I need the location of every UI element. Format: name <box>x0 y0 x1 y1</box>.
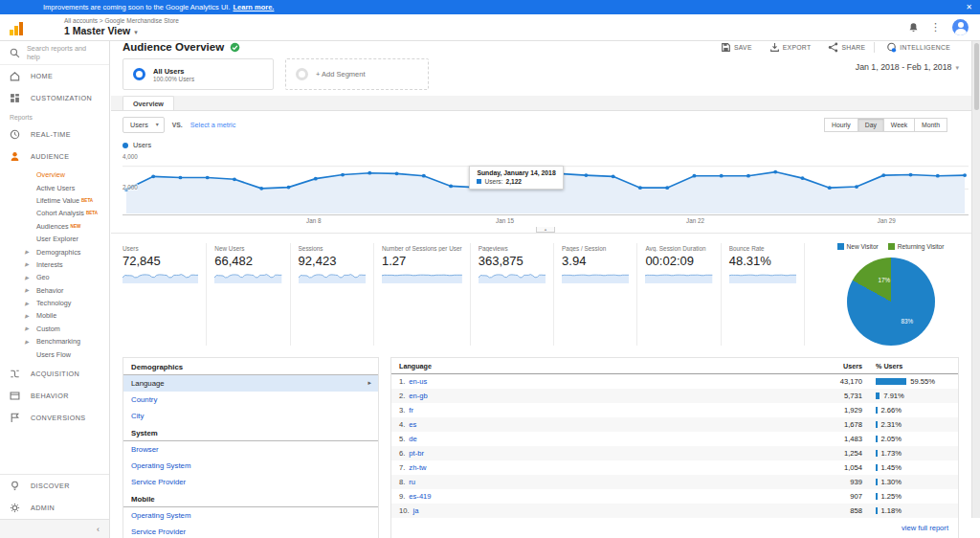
sidebar-collapse-chevron-icon[interactable] <box>0 519 109 538</box>
col-language[interactable]: Language <box>399 362 432 370</box>
sidebar-item-label: HOME <box>31 72 53 80</box>
subnav-technology[interactable]: Technology <box>0 297 109 309</box>
subnav-demographics[interactable]: Demographics <box>0 245 109 258</box>
add-segment-button[interactable]: + Add Segment <box>285 58 429 90</box>
sidebar-item-conversions[interactable]: CONVERSIONS <box>0 407 109 429</box>
vs-label: VS. <box>172 122 183 128</box>
sidebar-item-behavior[interactable]: BEHAVIOR <box>0 385 109 407</box>
sidebar-item-admin[interactable]: ADMIN <box>0 497 109 519</box>
granularity-hourly-button[interactable]: Hourly <box>824 118 858 132</box>
sidebar-item-acquisition[interactable]: ACQUISITION <box>0 363 109 385</box>
subnav-custom[interactable]: Custom <box>0 323 109 335</box>
select-metric-link[interactable]: Select a metric <box>190 121 236 129</box>
granularity-day-button[interactable]: Day <box>858 118 884 132</box>
language-link[interactable]: es-419 <box>409 492 431 501</box>
sidebar-item-home[interactable]: HOME <box>0 65 109 87</box>
sparkline-chart <box>562 270 629 283</box>
table-header: Language Users % Users <box>391 358 958 374</box>
account-avatar[interactable] <box>952 19 969 35</box>
granularity-week-button[interactable]: Week <box>883 118 915 132</box>
breadcrumb[interactable]: All accounts > Google Merchandise Store <box>64 17 179 25</box>
intelligence-icon <box>886 42 897 53</box>
table-row: 8.ru9391.30% <box>391 475 958 489</box>
metric-pageviews[interactable]: Pageviews363,875 <box>470 243 553 346</box>
granularity-month-button[interactable]: Month <box>914 118 947 132</box>
metric-dropdown[interactable]: Users <box>122 117 165 133</box>
subnav-mobile[interactable]: Mobile <box>0 309 109 322</box>
intelligence-label: INTELLIGENCE <box>900 44 950 51</box>
language-link[interactable]: ja <box>413 506 419 515</box>
language-link[interactable]: zh-tw <box>409 463 426 472</box>
language-link[interactable]: ru <box>409 478 415 486</box>
realtime-clock-icon <box>10 129 20 140</box>
add-segment-label: + Add Segment <box>316 70 366 78</box>
users-line-chart[interactable]: 2,000 Sunday, January 14, 2018 Users: 2,… <box>122 161 969 215</box>
metric-sessions-per-user[interactable]: Number of Sessions per User1.27 <box>373 243 470 346</box>
subnav-overview[interactable]: Overview <box>0 168 109 181</box>
subnav-cohort-analysis[interactable]: Cohort AnalysisBETA <box>0 207 109 219</box>
share-label: SHARE <box>841 44 865 51</box>
col-percent-users[interactable]: % Users <box>862 362 950 370</box>
sidebar-item-discover[interactable]: DISCOVER <box>0 475 109 497</box>
language-link[interactable]: fr <box>409 406 413 415</box>
analytics-logo-icon[interactable] <box>10 20 23 35</box>
visitor-type-pie-chart[interactable] <box>847 258 935 346</box>
dimension-language[interactable]: Language <box>123 375 378 392</box>
language-link[interactable]: pt-br <box>409 449 424 458</box>
sparkline-chart <box>299 270 366 283</box>
save-button[interactable]: SAVE <box>712 42 761 53</box>
conversions-flag-icon <box>10 413 20 423</box>
tab-overview[interactable]: Overview <box>122 96 174 110</box>
dimension-country[interactable]: Country <box>123 392 378 408</box>
subnav-behavior[interactable]: Behavior <box>0 284 109 297</box>
subnav-user-explorer[interactable]: User Explorer <box>0 233 109 245</box>
dimension-operating-system[interactable]: Operating System <box>123 458 378 474</box>
view-selector[interactable]: 1 Master View <box>64 25 179 37</box>
metric-pages-per-session[interactable]: Pages / Session3.94 <box>553 243 636 346</box>
banner-close-icon[interactable]: ✕ <box>966 3 972 11</box>
sidebar-item-label: CUSTOMIZATION <box>31 94 92 102</box>
chart-collapse-handle[interactable] <box>536 227 555 233</box>
metric-avg-session-duration[interactable]: Avg. Session Duration00:02:09 <box>636 243 720 346</box>
export-button[interactable]: EXPORT <box>761 42 820 53</box>
language-link[interactable]: en-us <box>409 377 427 386</box>
dimension-browser[interactable]: Browser <box>123 441 378 458</box>
learn-more-link[interactable]: Learn more. <box>234 3 275 11</box>
search-input[interactable]: Search reports and help <box>0 41 109 65</box>
language-link[interactable]: en-gb <box>409 392 427 400</box>
share-button[interactable]: SHARE <box>819 42 874 53</box>
subnav-interests[interactable]: Interests <box>0 258 109 271</box>
language-link[interactable]: es <box>409 420 416 429</box>
view-full-report-link[interactable]: view full report <box>391 518 958 537</box>
chart-panel: Users VS. Select a metric Hourly Day Wee… <box>111 111 980 234</box>
beta-badge: BETA <box>86 211 98 215</box>
sidebar-item-realtime[interactable]: REAL-TIME <box>0 123 109 146</box>
scrollbar[interactable] <box>971 41 980 518</box>
subnav-geo[interactable]: Geo <box>0 271 109 283</box>
more-options-kebab-icon[interactable] <box>930 21 941 34</box>
scrollbar-thumb[interactable] <box>974 43 979 110</box>
subnav-audiences[interactable]: AudiencesNEW <box>0 220 109 233</box>
table-row: 3.fr1,9292.66% <box>391 403 958 417</box>
date-range-picker[interactable]: Jan 1, 2018 - Feb 1, 2018 <box>856 58 959 72</box>
dimension-mobile-service-provider[interactable]: Service Provider <box>123 524 378 538</box>
subnav-benchmarking[interactable]: Benchmarking <box>0 335 109 347</box>
metric-new-users[interactable]: New Users66,482 <box>206 243 289 346</box>
dimension-service-provider[interactable]: Service Provider <box>123 474 378 490</box>
dimension-mobile-os[interactable]: Operating System <box>123 507 378 524</box>
segment-all-users[interactable]: All Users 100.00% Users <box>122 58 274 90</box>
subnav-active-users[interactable]: Active Users <box>0 181 109 193</box>
metric-bounce-rate[interactable]: Bounce Rate48.31% <box>721 243 804 346</box>
subnav-lifetime-value[interactable]: Lifetime ValueBETA <box>0 194 109 207</box>
intelligence-button[interactable]: INTELLIGENCE <box>874 42 959 53</box>
sidebar-item-customization[interactable]: CUSTOMIZATION <box>0 87 109 109</box>
metric-users[interactable]: Users72,845 <box>122 243 206 346</box>
chart-controls: Users VS. Select a metric Hourly Day Wee… <box>111 117 980 133</box>
notifications-bell-icon[interactable] <box>908 22 919 33</box>
metric-sessions[interactable]: Sessions92,423 <box>290 243 373 346</box>
dimension-city[interactable]: City <box>123 408 378 424</box>
subnav-users-flow[interactable]: Users Flow <box>0 347 109 360</box>
sidebar-item-audience[interactable]: AUDIENCE <box>0 146 109 168</box>
col-users[interactable]: Users <box>805 362 862 370</box>
language-link[interactable]: de <box>409 435 416 443</box>
